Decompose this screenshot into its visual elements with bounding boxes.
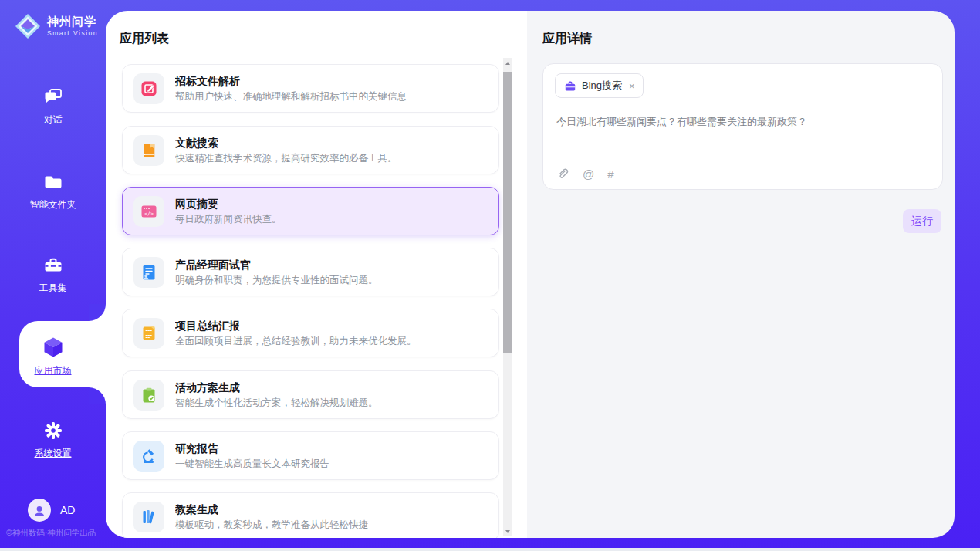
- content-panel: 应用列表 招标文件解析 帮助用户快速、准确地理解和解析招标书中的关键信息: [106, 11, 955, 538]
- sidebar-item-smart-folders[interactable]: 智能文件夹: [0, 171, 106, 211]
- app-card-desc: 明确身份和职责，为您提供专业性的面试问题。: [175, 276, 378, 286]
- person-icon: [32, 504, 46, 517]
- app-window: 神州问学 Smart Vision 对话 智能文件夹: [0, 0, 980, 551]
- app-card-title: 招标文件解析: [175, 76, 407, 86]
- chip-close-icon[interactable]: ×: [629, 80, 635, 92]
- app-card-event-plan[interactable]: 活动方案生成 智能生成个性化活动方案，轻松解决规划难题。: [122, 370, 499, 419]
- mention-icon[interactable]: @: [583, 168, 594, 180]
- app-card-desc: 一键智能生成高质量长文本研究报告: [175, 459, 329, 469]
- app-card-bid-document-parse[interactable]: 招标文件解析 帮助用户快速、准确地理解和解析招标书中的关键信息: [122, 64, 499, 113]
- brand-name: 神州问学: [47, 15, 98, 29]
- app-list-panel: 应用列表 招标文件解析 帮助用户快速、准确地理解和解析招标书中的关键信息: [106, 11, 527, 538]
- literature-search-icon: [133, 135, 164, 166]
- prompt-composer-card: Bing搜索 × 今日湖北有哪些新闻要点？有哪些需要关注的最新政策？ @ #: [542, 63, 943, 190]
- copyright-text: ©神州数码·神州问学出品: [6, 528, 96, 539]
- sidebar-item-label: 智能文件夹: [0, 198, 106, 211]
- scrollbar-up-arrow[interactable]: [503, 58, 512, 68]
- sidebar-item-label: 系统设置: [0, 447, 106, 460]
- sidebar-item-label: 应用市场: [0, 364, 106, 377]
- brand-subtitle: Smart Vision: [47, 30, 98, 37]
- tool-chip-label: Bing搜索: [582, 79, 622, 93]
- pm-interviewer-icon: [133, 257, 164, 288]
- app-card-lesson-plan[interactable]: 教案生成 模板驱动，教案秒成，教学准备从此轻松快捷: [122, 492, 499, 538]
- lesson-plan-icon: [133, 502, 164, 532]
- event-plan-icon: [133, 380, 164, 411]
- app-card-desc: 每日政府新闻资讯快查。: [175, 215, 282, 225]
- app-card-desc: 全面回顾项目进展，总结经验教训，助力未来优化发展。: [175, 336, 417, 346]
- research-report-icon: [133, 441, 164, 472]
- svg-text:</>: </>: [144, 210, 154, 216]
- brand-logo: 神州问学 Smart Vision: [14, 12, 98, 40]
- sidebar-item-app-market[interactable]: 应用市场: [0, 335, 106, 377]
- composer-toolbar: @ #: [556, 167, 614, 181]
- app-card-pm-interviewer[interactable]: 产品经理面试官 明确身份和职责，为您提供专业性的面试问题。: [122, 248, 499, 296]
- app-card-research-report[interactable]: 研究报告 一键智能生成高质量长文本研究报告: [122, 431, 499, 480]
- sidebar-item-label: 对话: [0, 113, 106, 127]
- user-account[interactable]: AD: [28, 499, 75, 522]
- app-card-title: 活动方案生成: [175, 382, 378, 393]
- app-card-desc: 智能生成个性化活动方案，轻松解决规划难题。: [175, 398, 378, 408]
- app-card-desc: 模板驱动，教案秒成，教学准备从此轻松快捷: [175, 520, 368, 530]
- hashtag-icon[interactable]: #: [607, 168, 613, 180]
- chat-icon: [42, 86, 64, 108]
- app-card-web-summary[interactable]: </> 网页摘要 每日政府新闻资讯快查。: [122, 187, 499, 235]
- list-scrollbar[interactable]: [503, 58, 512, 536]
- avatar: [28, 499, 51, 522]
- gear-icon: [42, 420, 64, 441]
- app-card-project-summary[interactable]: 项目总结汇报 全面回顾项目进展，总结经验教训，助力未来优化发展。: [122, 309, 499, 357]
- sidebar-item-chat[interactable]: 对话: [0, 86, 106, 127]
- app-detail-panel: 应用详情 Bing搜索 × 今日湖北有哪些新闻要点？有哪些需要关注的最新政策？: [527, 11, 955, 538]
- briefcase-icon: [564, 80, 576, 92]
- sidebar-item-toolset[interactable]: 工具集: [0, 255, 106, 295]
- app-card-title: 产品经理面试官: [175, 259, 378, 270]
- app-card-title: 教案生成: [175, 504, 368, 515]
- cube-icon: [42, 335, 65, 359]
- sidebar-item-system-settings[interactable]: 系统设置: [0, 420, 106, 460]
- prompt-input[interactable]: 今日湖北有哪些新闻要点？有哪些需要关注的最新政策？: [556, 115, 927, 130]
- app-card-title: 文献搜索: [175, 137, 397, 148]
- app-card-title: 网页摘要: [175, 198, 282, 209]
- app-card-title: 项目总结汇报: [175, 320, 417, 331]
- user-name: AD: [60, 504, 75, 516]
- web-summary-icon: </>: [133, 196, 164, 227]
- app-card-desc: 快速精准查找学术资源，提高研究效率的必备工具。: [175, 154, 397, 164]
- folder-icon: [42, 171, 64, 193]
- brand-diamond-icon: [14, 12, 42, 40]
- tool-chip-bing-search[interactable]: Bing搜索 ×: [555, 73, 644, 98]
- run-button[interactable]: 运行: [903, 209, 941, 233]
- sidebar: 神州问学 Smart Vision 对话 智能文件夹: [0, 0, 106, 548]
- app-list-title: 应用列表: [120, 31, 169, 47]
- app-card-title: 研究报告: [175, 443, 329, 454]
- app-detail-title: 应用详情: [542, 31, 592, 47]
- paperclip-icon[interactable]: [556, 167, 569, 181]
- toolbox-icon: [42, 255, 64, 276]
- project-summary-icon: [133, 318, 164, 349]
- app-card-desc: 帮助用户快速、准确地理解和解析招标书中的关键信息: [175, 92, 407, 102]
- scrollbar-down-arrow[interactable]: [503, 526, 512, 536]
- bid-document-parse-icon: [133, 73, 164, 104]
- scrollbar-thumb[interactable]: [503, 72, 512, 353]
- sidebar-item-label: 工具集: [0, 282, 106, 295]
- app-card-literature-search[interactable]: 文献搜索 快速精准查找学术资源，提高研究效率的必备工具。: [122, 126, 499, 174]
